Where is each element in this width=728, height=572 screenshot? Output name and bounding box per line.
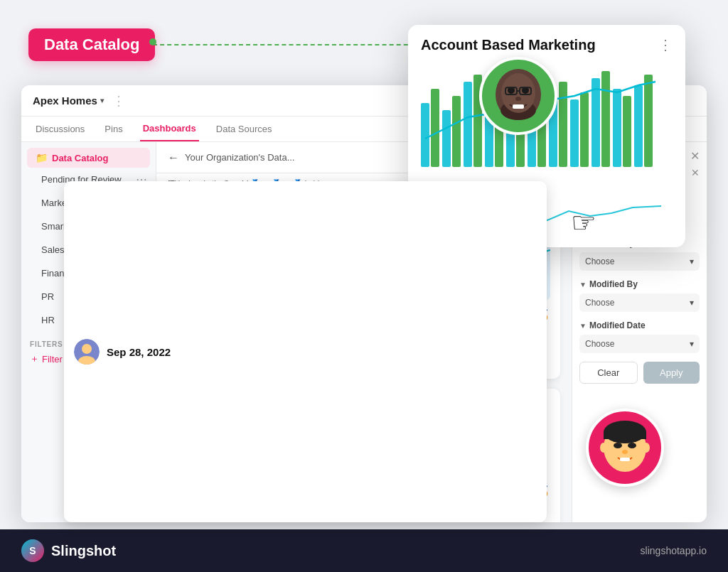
org-name-text: Apex Homes [33,95,97,107]
hand-cursor-icon: ☞ [571,206,596,508]
org-name[interactable]: Apex Homes ▾ [33,95,104,107]
panel-clear-x-icon[interactable]: ✕ [691,167,700,178]
panel-buttons: Clear Apply [579,362,700,384]
person-avatar-asian [586,409,664,487]
svg-point-8 [515,97,521,101]
close-icon: ✕ [690,150,700,162]
filter-group-modified-by-label: Modified By [589,279,638,289]
data-catalog-badge: Data Catalog [28,28,155,61]
svg-rect-35 [592,78,600,167]
svg-rect-18 [620,458,630,461]
filter-group-modified-date-header[interactable]: ▼ Modified Date [579,320,700,330]
filter-dropdown-chevron-1: ▾ [690,257,694,266]
org-chevron-icon: ▾ [100,97,104,104]
svg-rect-20 [431,89,439,167]
svg-point-16 [628,443,636,448]
svg-point-42 [82,344,92,354]
abm-tooltip: Sep 28, 2022 [64,181,547,522]
slingshot-url: slingshotapp.io [641,545,707,556]
svg-rect-34 [580,92,589,167]
filter-dropdown-chevron-3: ▾ [690,339,694,349]
filter-group-modified-date: ▼ Modified Date Choose ▾ [579,320,700,353]
filter-dropdown-modified-date[interactable]: Choose ▾ [579,335,700,353]
sidebar-header-label: Data Catalog [52,153,108,163]
abm-header: Account Based Marketing ⋮ [408,25,685,60]
svg-rect-38 [623,96,631,167]
bottom-bar: S Slingshot slingshotapp.io [0,529,728,572]
slingshot-logo: S Slingshot [21,539,116,562]
filter-group-modified-date-label: Modified Date [589,320,646,330]
dashed-dot-left [149,38,156,45]
filter-dropdown-modified-by[interactable]: Choose ▾ [579,293,700,312]
add-filter-label: Filter [42,354,63,365]
dashed-line [153,44,429,45]
tab-data-sources[interactable]: Data Sources [213,117,275,141]
abm-popup-title: Account Based Marketing [421,37,596,53]
face-icon-black [482,60,555,132]
filter-group-modified-by: ▼ Modified By Choose ▾ [579,279,700,312]
svg-point-14 [643,443,650,453]
slingshot-icon: S [21,539,44,562]
svg-rect-9 [513,104,524,109]
svg-rect-40 [644,75,653,167]
plus-icon: ＋ [30,352,39,365]
svg-rect-39 [634,85,643,167]
tab-discussions[interactable]: Discussions [33,117,87,141]
filter-dropdown-chevron-2: ▾ [690,298,694,308]
svg-rect-36 [601,71,610,167]
sidebar-header[interactable]: 📁 Data Catalog [27,148,150,168]
svg-rect-37 [613,89,621,167]
tab-pins[interactable]: Pins [102,117,125,141]
svg-point-15 [614,443,622,448]
face-icon-asian [589,411,661,484]
svg-rect-33 [570,99,579,167]
tooltip-date: Sep 28, 2022 [107,346,171,358]
tab-dashboards[interactable]: Dashboards [140,117,199,141]
svg-rect-32 [559,82,567,167]
svg-rect-19 [421,103,429,167]
apply-button[interactable]: Apply [643,362,700,384]
abm-menu-icon[interactable]: ⋮ [658,36,673,53]
person-avatar-black [479,57,557,135]
filter-dropdown-created-by[interactable]: Choose ▾ [579,252,700,271]
back-button[interactable]: ← [168,151,179,164]
filter-group-modified-by-header[interactable]: ▼ Modified By [579,279,700,289]
slingshot-brand-name: Slingshot [51,543,116,559]
svg-point-13 [600,443,607,453]
svg-rect-22 [452,96,461,167]
org-menu-icon[interactable]: ⋮ [112,93,125,109]
svg-rect-21 [442,110,451,167]
svg-rect-23 [464,82,472,167]
svg-rect-12 [604,432,646,439]
svg-point-17 [622,450,628,454]
